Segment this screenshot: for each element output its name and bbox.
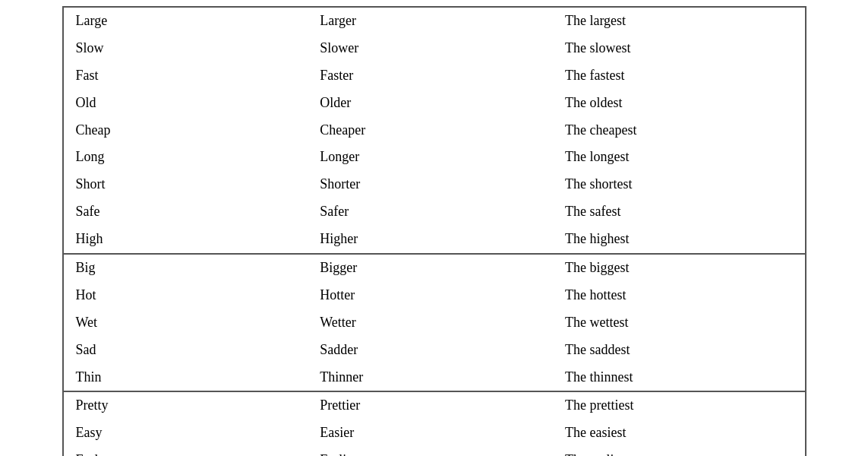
comparative-form: Sadder: [308, 337, 553, 364]
table-row: CheapCheaperThe cheapest: [63, 117, 806, 144]
base-form: Old: [63, 90, 308, 117]
table-row: HotHotterThe hottest: [63, 282, 806, 309]
comparative-form: Hotter: [308, 282, 553, 309]
comparative-form: Higher: [308, 226, 553, 254]
superlative-form: The longest: [553, 144, 806, 171]
superlative-form: The oldest: [553, 90, 806, 117]
table-row: SadSadderThe saddest: [63, 337, 806, 364]
superlative-form: The highest: [553, 226, 806, 254]
superlative-form: The fastest: [553, 62, 806, 90]
superlative-form: The cheapest: [553, 117, 806, 144]
superlative-form: The largest: [553, 7, 806, 35]
base-form: Fast: [63, 62, 308, 90]
base-form: Hot: [63, 282, 308, 309]
table-row: WetWetterThe wettest: [63, 309, 806, 337]
comparative-form: Faster: [308, 62, 553, 90]
comparative-form: Thinner: [308, 364, 553, 392]
superlative-form: The earliest: [553, 447, 806, 456]
table-row: SlowSlowerThe slowest: [63, 35, 806, 62]
table-row: LargeLargerThe largest: [63, 7, 806, 35]
comparative-form: Easier: [308, 420, 553, 447]
comparative-form: Wetter: [308, 309, 553, 337]
base-form: Short: [63, 171, 308, 198]
base-form: Safe: [63, 198, 308, 226]
comparative-form: Larger: [308, 7, 553, 35]
superlative-form: The shortest: [553, 171, 806, 198]
table-row: HighHigherThe highest: [63, 226, 806, 254]
comparative-form: Safer: [308, 198, 553, 226]
comparative-form: Cheaper: [308, 117, 553, 144]
comparative-form: Slower: [308, 35, 553, 62]
superlative-form: The safest: [553, 198, 806, 226]
comparative-form: Bigger: [308, 254, 553, 282]
base-form: Sad: [63, 337, 308, 364]
superlative-form: The saddest: [553, 337, 806, 364]
comparative-form: Older: [308, 90, 553, 117]
base-form: Early: [63, 447, 308, 456]
main-content: LargeLargerThe largestSlowSlowerThe slow…: [62, 0, 806, 456]
superlative-form: The wettest: [553, 309, 806, 337]
base-form: Thin: [63, 364, 308, 392]
superlative-form: The prettiest: [553, 391, 806, 420]
base-form: High: [63, 226, 308, 254]
base-form: Long: [63, 144, 308, 171]
table-row: SafeSaferThe safest: [63, 198, 806, 226]
table-row: EarlyEarlierThe earliest: [63, 447, 806, 456]
table-row: FastFasterThe fastest: [63, 62, 806, 90]
base-form: Wet: [63, 309, 308, 337]
table-row: PrettyPrettierThe prettiest: [63, 391, 806, 420]
base-form: Pretty: [63, 391, 308, 420]
base-form: Large: [63, 7, 308, 35]
comparative-form: Prettier: [308, 391, 553, 420]
base-form: Slow: [63, 35, 308, 62]
comparative-form: Longer: [308, 144, 553, 171]
table-row: LongLongerThe longest: [63, 144, 806, 171]
table-row: ShortShorterThe shortest: [63, 171, 806, 198]
adjective-table: LargeLargerThe largestSlowSlowerThe slow…: [62, 6, 806, 456]
base-form: Easy: [63, 420, 308, 447]
superlative-form: The biggest: [553, 254, 806, 282]
base-form: Cheap: [63, 117, 308, 144]
base-form: Big: [63, 254, 308, 282]
table-row: EasyEasierThe easiest: [63, 420, 806, 447]
table-row: OldOlderThe oldest: [63, 90, 806, 117]
superlative-form: The easiest: [553, 420, 806, 447]
comparative-form: Shorter: [308, 171, 553, 198]
table-row: BigBiggerThe biggest: [63, 254, 806, 282]
superlative-form: The hottest: [553, 282, 806, 309]
comparative-form: Earlier: [308, 447, 553, 456]
superlative-form: The slowest: [553, 35, 806, 62]
table-row: ThinThinnerThe thinnest: [63, 364, 806, 392]
superlative-form: The thinnest: [553, 364, 806, 392]
